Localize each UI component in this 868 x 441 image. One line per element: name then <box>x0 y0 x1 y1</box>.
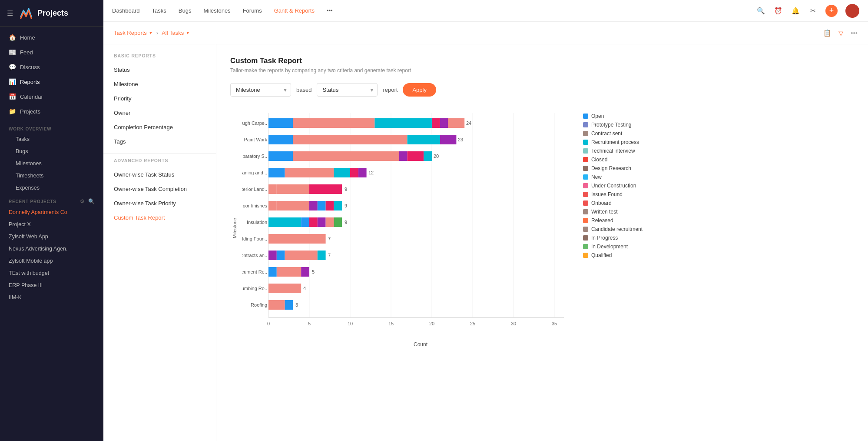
axis1-select[interactable]: Milestone <box>230 83 291 97</box>
topnav-tasks[interactable]: Tasks <box>152 6 166 16</box>
svg-text:Insulation: Insulation <box>247 220 267 225</box>
reports-icon: 📊 <box>9 78 16 85</box>
bar-chart-svg: 0 5 10 15 20 25 30 35 Rough Carpe.. <box>242 109 573 339</box>
sidebar-item-timesheets[interactable]: Timesheets <box>0 170 103 182</box>
hamburger-icon[interactable]: ☰ <box>7 9 13 17</box>
search-icon[interactable]: 🔍 <box>756 6 765 16</box>
filter-icon[interactable]: ⚙ <box>80 198 85 204</box>
svg-text:9: 9 <box>345 220 347 225</box>
sidebar-item-reports-label: Reports <box>20 79 40 85</box>
svg-text:9: 9 <box>345 187 347 192</box>
svg-text:Roofing: Roofing <box>251 302 267 307</box>
breadcrumb-all-tasks[interactable]: All Tasks ▼ <box>162 30 190 36</box>
report-custom-task-report[interactable]: Custom Task Report <box>103 210 216 225</box>
report-completion-percentage[interactable]: Completion Percentage <box>103 120 216 134</box>
report-milestone[interactable]: Milestone <box>103 77 216 91</box>
report-priority[interactable]: Priority <box>103 91 216 106</box>
legend-qualified-color <box>583 253 588 258</box>
more-options-icon[interactable]: ••• <box>851 29 858 37</box>
report-owner[interactable]: Owner <box>103 106 216 120</box>
sidebar-item-bugs[interactable]: Bugs <box>0 145 103 157</box>
report-owner-task-completion[interactable]: Owner-wise Task Completion <box>103 182 216 196</box>
sidebar-item-projects[interactable]: 📁 Projects <box>0 104 103 119</box>
legend-in-progress-color <box>583 235 588 241</box>
svg-text:25: 25 <box>470 321 475 326</box>
topnav-milestones[interactable]: Milestones <box>203 6 230 16</box>
scissors-icon[interactable]: ✂ <box>808 6 818 16</box>
report-view-icon[interactable]: 📋 <box>823 29 832 37</box>
sidebar-item-tasks[interactable]: Tasks <box>0 133 103 145</box>
clock-icon[interactable]: ⏰ <box>773 6 783 16</box>
legend-technical-color <box>583 148 588 154</box>
topnav-more[interactable]: ••• <box>327 6 333 16</box>
report-tags[interactable]: Tags <box>103 134 216 149</box>
report-owner-task-status[interactable]: Owner-wise Task Status <box>103 167 216 182</box>
apply-button[interactable]: Apply <box>403 83 436 97</box>
legend-issues-found-color <box>583 192 588 197</box>
axis2-select[interactable]: Status <box>317 83 378 97</box>
sidebar-item-discuss[interactable]: 💬 Discuss <box>0 60 103 74</box>
svg-rect-69 <box>268 251 277 260</box>
svg-rect-53 <box>318 201 326 210</box>
x-axis-label: Count <box>268 341 573 347</box>
recent-project-4[interactable]: Zylsoft Mobile app <box>0 255 103 267</box>
recent-project-1[interactable]: Project X <box>0 218 103 231</box>
topnav-bugs[interactable]: Bugs <box>179 6 192 16</box>
recent-header-icons: ⚙ 🔍 <box>80 198 95 204</box>
sidebar-item-reports[interactable]: 📊 Reports <box>0 74 103 89</box>
svg-rect-31 <box>268 151 293 161</box>
filter-icon[interactable]: ▽ <box>838 29 844 37</box>
report-owner-task-priority[interactable]: Owner-wise Task Priority <box>103 196 216 210</box>
recent-project-6[interactable]: ERP Phase III <box>0 279 103 291</box>
svg-rect-54 <box>326 201 334 210</box>
svg-text:Floor finishes: Floor finishes <box>242 203 267 208</box>
svg-text:20: 20 <box>434 154 439 159</box>
legend-recruitment-label: Recruitment process <box>591 139 639 145</box>
topnav-right: 🔍 ⏰ 🔔 ✂ + <box>756 4 859 18</box>
svg-rect-22 <box>448 118 465 128</box>
recent-projects-title: RECENT PROJECTS <box>9 199 56 204</box>
svg-text:Cleaning and ..: Cleaning and .. <box>242 170 267 175</box>
sidebar-item-discuss-label: Discuss <box>20 64 40 70</box>
bell-icon[interactable]: 🔔 <box>791 6 800 16</box>
topnav-forums[interactable]: Forums <box>243 6 262 16</box>
svg-rect-55 <box>334 201 342 210</box>
sidebar-item-home[interactable]: 🏠 Home <box>0 30 103 45</box>
breadcrumb-dropdown2-icon: ▼ <box>186 30 190 35</box>
search-icon[interactable]: 🔍 <box>88 198 95 204</box>
breadcrumb-task-reports[interactable]: Task Reports ▼ <box>114 30 153 36</box>
recent-project-7[interactable]: IIM-K <box>0 291 103 304</box>
svg-text:9: 9 <box>345 203 347 208</box>
topnav-dashboard[interactable]: Dashboard <box>112 6 140 16</box>
chart-with-y-axis: Milestone <box>230 109 573 347</box>
svg-rect-17 <box>268 118 293 128</box>
svg-rect-76 <box>277 267 301 277</box>
add-button[interactable]: + <box>825 5 838 17</box>
recent-project-5[interactable]: TEst with budget <box>0 267 103 279</box>
user-avatar[interactable] <box>845 4 859 18</box>
recent-project-2[interactable]: Zylsoft Web App <box>0 231 103 243</box>
legend-candidate-color <box>583 227 588 232</box>
svg-rect-62 <box>326 217 334 227</box>
legend-under-construction: Under Construction <box>583 183 670 189</box>
reports-list-panel: BASIC REPORTS Status Milestone Priority … <box>103 44 216 441</box>
svg-text:12: 12 <box>368 170 374 175</box>
breadcrumb-dropdown-icon: ▼ <box>149 30 153 35</box>
svg-rect-71 <box>285 251 318 260</box>
recent-project-3[interactable]: Nexus Advertising Agen. <box>0 243 103 255</box>
sidebar-item-calendar[interactable]: 📅 Calendar <box>0 89 103 104</box>
recent-project-0[interactable]: Donnelly Apartments Co. <box>0 206 103 218</box>
report-status[interactable]: Status <box>103 63 216 77</box>
svg-rect-77 <box>301 267 309 277</box>
sidebar-item-milestones[interactable]: Milestones <box>0 157 103 170</box>
topnav-gantt-reports[interactable]: Gantt & Reports <box>274 6 315 16</box>
legend-new-color <box>583 174 588 180</box>
sidebar-item-expenses[interactable]: Expenses <box>0 182 103 194</box>
svg-rect-40 <box>334 168 350 177</box>
legend-candidate-recruitment: Candidate recruitment <box>583 226 670 232</box>
legend-open: Open <box>583 113 670 119</box>
page-content: BASIC REPORTS Status Milestone Priority … <box>103 44 868 441</box>
svg-rect-75 <box>268 267 277 277</box>
sidebar-item-feed[interactable]: 📰 Feed <box>0 45 103 60</box>
chart-title: Custom Task Report <box>230 57 854 65</box>
